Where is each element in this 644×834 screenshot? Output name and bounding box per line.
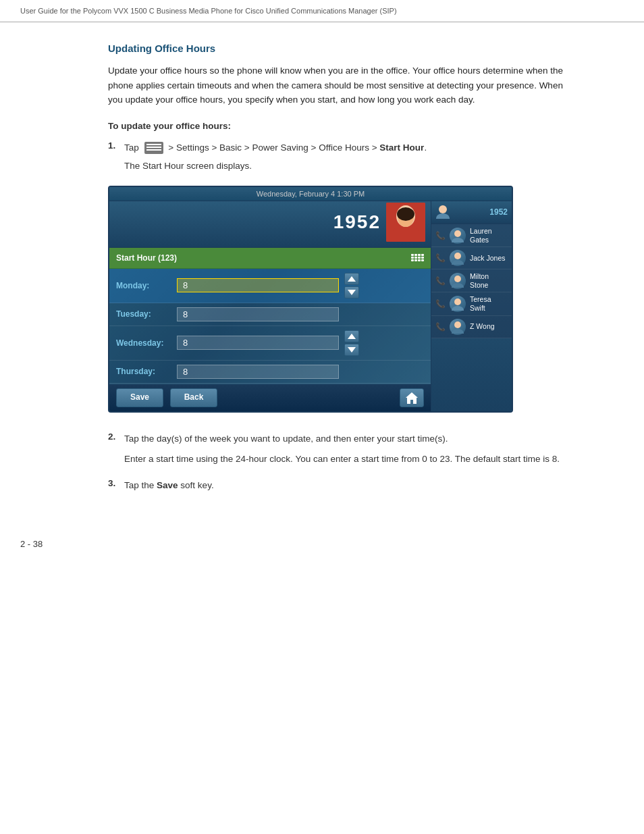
contact-phone-icon-lauren: 📞 <box>435 231 446 240</box>
phone-date: Wednesday, February 4 1:30 PM <box>116 190 505 198</box>
step-1-sub: The Start Hour screen displays. <box>124 159 427 174</box>
content-area: Updating Office Hours Update your office… <box>0 22 644 525</box>
back-softkey[interactable]: Back <box>170 388 217 407</box>
menu-icon <box>144 142 163 154</box>
day-row-thursday[interactable]: Thursday: 8 <box>109 361 431 384</box>
grid-icon <box>411 254 424 261</box>
step-3-suffix: soft key. <box>180 480 213 490</box>
tuesday-value: 8 <box>183 309 188 319</box>
contact-jack-jones[interactable]: 📞 Jack Jones <box>431 247 512 269</box>
svg-point-14 <box>454 298 461 305</box>
contact-avatar-lauren <box>450 228 466 244</box>
phone-right-panel: 1952 📞 Lauren Gates 📞 <box>431 201 512 411</box>
step-3: 3. Tap the Save soft key. <box>108 478 576 493</box>
monday-arrow-buttons <box>344 273 359 298</box>
page-header: User Guide for the Polycom VVX 1500 C Bu… <box>0 0 644 22</box>
contact-avatar-teresa <box>450 296 466 312</box>
step-2-sub: Enter a start time using the 24-hour clo… <box>124 452 560 467</box>
step-1-prefix: Tap <box>124 142 139 153</box>
soft-keys-bar: Save Back <box>109 384 431 411</box>
header-text: User Guide for the Polycom VVX 1500 C Bu… <box>20 7 397 15</box>
day-value-thursday[interactable]: 8 <box>177 365 339 379</box>
svg-point-12 <box>454 276 461 282</box>
contact-name-teresa: Teresa Swift <box>470 295 508 312</box>
contact-avatar-milton <box>450 273 466 289</box>
day-label-thursday: Thursday: <box>116 367 177 376</box>
contact-phone-icon-wong: 📞 <box>435 322 446 332</box>
svg-point-15 <box>452 306 464 311</box>
wednesday-arrow-buttons <box>344 330 359 356</box>
step-1-text: Tap > Settings > Basic > Power Saving > … <box>124 140 427 174</box>
big-number: 1952 <box>333 211 381 233</box>
svg-point-11 <box>452 260 464 265</box>
day-label-monday: Monday: <box>116 281 177 290</box>
contact-name-jack-jones: Jack Jones <box>470 254 506 263</box>
day-row-monday[interactable]: Monday: 8 <box>109 269 431 303</box>
monday-arrow-up[interactable] <box>344 273 359 285</box>
day-value-tuesday[interactable]: 8 <box>177 307 339 321</box>
svg-point-13 <box>452 283 464 288</box>
day-row-tuesday[interactable]: Tuesday: 8 <box>109 303 431 326</box>
body-text: Update your office hours so the phone wi… <box>108 63 576 107</box>
thursday-value: 8 <box>183 367 188 377</box>
contact-phone-icon-teresa: 📞 <box>435 299 446 309</box>
step-3-text: Tap the Save soft key. <box>124 478 214 493</box>
home-icon <box>404 391 419 405</box>
start-hour-bar: Start Hour (123) <box>109 248 431 269</box>
svg-point-9 <box>452 238 464 242</box>
svg-point-6 <box>439 205 447 213</box>
day-label-tuesday: Tuesday: <box>116 309 177 319</box>
step-1-number: 1. <box>108 140 124 151</box>
contact-phone-icon-milton: 📞 <box>435 276 446 286</box>
contact-teresa-swift[interactable]: 📞 Teresa Swift <box>431 292 512 315</box>
step-2-main: Tap the day(s) of the week you want to u… <box>124 434 448 444</box>
contact-phone-icon-jack: 📞 <box>435 253 446 263</box>
monday-value: 8 <box>183 280 188 290</box>
wednesday-arrow-up[interactable] <box>344 330 359 342</box>
contact-name-milton: Milton Stone <box>470 272 508 289</box>
svg-marker-5 <box>406 392 418 404</box>
big-number-area: 1952 <box>109 201 431 248</box>
save-softkey[interactable]: Save <box>116 388 163 407</box>
section-title: Updating Office Hours <box>108 43 576 54</box>
wednesday-value: 8 <box>183 338 188 348</box>
contact-name-wong: Z Wong <box>470 322 495 331</box>
phone-header: Wednesday, February 4 1:30 PM <box>109 187 512 201</box>
step-2-text: Tap the day(s) of the week you want to u… <box>124 432 560 466</box>
step-3-prefix: Tap the <box>124 480 154 490</box>
page-footer: 2 - 38 <box>0 525 644 563</box>
step-2-number: 2. <box>108 432 124 442</box>
svg-point-17 <box>452 329 464 334</box>
contact-avatar-wong <box>450 319 466 335</box>
contact-z-wong[interactable]: 📞 Z Wong <box>431 316 512 338</box>
step-3-number: 3. <box>108 478 124 488</box>
page-number: 2 - 38 <box>20 539 43 549</box>
contact-name-lauren: Lauren Gates <box>470 227 508 244</box>
contact-lauren-gates[interactable]: 📞 Lauren Gates <box>431 224 512 247</box>
contact-milton-stone[interactable]: 📞 Milton Stone <box>431 269 512 292</box>
svg-point-7 <box>436 213 450 219</box>
contact-self[interactable]: 1952 <box>431 201 512 224</box>
contact-self-number: 1952 <box>489 207 508 217</box>
svg-point-4 <box>397 207 414 221</box>
svg-rect-3 <box>393 228 419 242</box>
home-button[interactable] <box>400 388 424 407</box>
day-value-monday[interactable]: 8 <box>177 278 339 292</box>
instruction-heading: To update your office hours: <box>108 121 576 131</box>
day-row-wednesday[interactable]: Wednesday: 8 <box>109 326 431 361</box>
contact-avatar-jack <box>450 250 466 266</box>
phone-left-panel: 1952 Start Hour (123) <box>109 201 431 411</box>
svg-point-8 <box>454 230 461 237</box>
step-2: 2. Tap the day(s) of the week you want t… <box>108 432 576 466</box>
start-hour-label: Start Hour (123) <box>116 253 177 263</box>
contact-self-icon <box>435 204 450 221</box>
day-label-wednesday: Wednesday: <box>116 338 177 348</box>
step-3-bold: Save <box>157 480 178 490</box>
svg-point-10 <box>454 253 461 259</box>
avatar-thumbnail <box>386 203 425 242</box>
monday-arrow-down[interactable] <box>344 286 359 298</box>
wednesday-arrow-down[interactable] <box>344 344 359 356</box>
step-1: 1. Tap > Settings > Basic > Power Saving… <box>108 140 576 174</box>
day-value-wednesday[interactable]: 8 <box>177 336 339 350</box>
phone-screen: Wednesday, February 4 1:30 PM 1952 <box>108 186 513 413</box>
